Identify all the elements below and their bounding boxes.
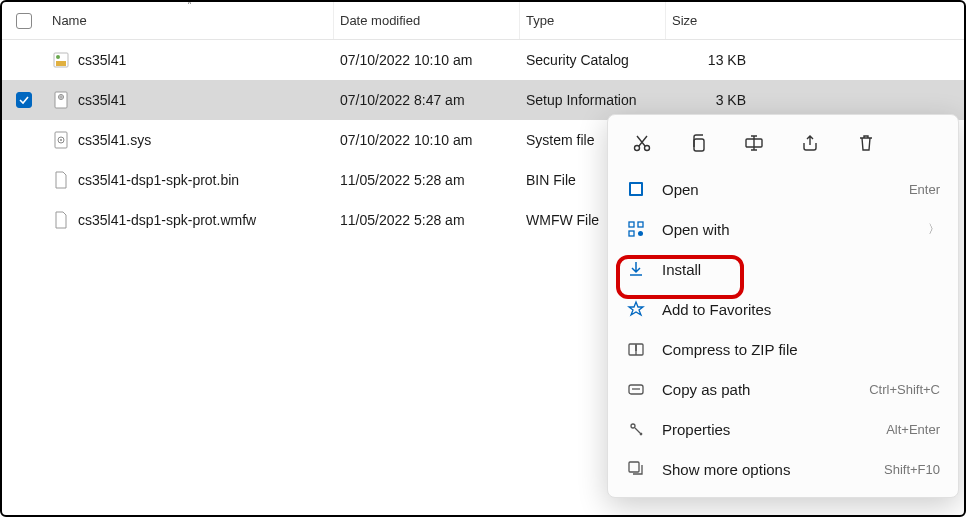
svg-rect-10: [694, 139, 704, 151]
file-date: 11/05/2022 5:28 am: [334, 172, 520, 188]
more-options-icon: [626, 459, 646, 479]
file-size: 3 KB: [666, 92, 760, 108]
catalog-file-icon: [52, 51, 70, 69]
context-shortcut: Shift+F10: [884, 462, 940, 477]
delete-button[interactable]: [852, 129, 880, 157]
file-name: cs35l41.sys: [78, 132, 151, 148]
context-open-with[interactable]: Open with 〉: [608, 209, 958, 249]
generic-file-icon: [52, 171, 70, 189]
file-date: 11/05/2022 5:28 am: [334, 212, 520, 228]
column-header-name[interactable]: Name ˄: [46, 2, 334, 39]
svg-point-9: [645, 146, 650, 151]
svg-rect-1: [56, 61, 66, 66]
share-button[interactable]: [796, 129, 824, 157]
column-header-date[interactable]: Date modified: [334, 2, 520, 39]
context-label: Properties: [662, 421, 870, 438]
svg-rect-21: [629, 462, 639, 472]
context-label: Add to Favorites: [662, 301, 940, 318]
context-label: Open with: [662, 221, 912, 238]
context-label: Open: [662, 181, 893, 198]
context-label: Show more options: [662, 461, 868, 478]
install-icon: [626, 259, 646, 279]
row-checkbox[interactable]: [16, 92, 32, 108]
sort-caret-icon: ˄: [187, 0, 192, 11]
generic-file-icon: [52, 211, 70, 229]
context-add-favorites[interactable]: Add to Favorites: [608, 289, 958, 329]
context-compress-zip[interactable]: Compress to ZIP file: [608, 329, 958, 369]
svg-point-2: [56, 55, 60, 59]
open-with-icon: [626, 219, 646, 239]
file-size: 13 KB: [666, 52, 760, 68]
column-header-size[interactable]: Size: [666, 2, 760, 39]
context-shortcut: Enter: [909, 182, 940, 197]
svg-point-8: [635, 146, 640, 151]
svg-point-17: [638, 231, 643, 236]
context-shortcut: Ctrl+Shift+C: [869, 382, 940, 397]
file-type: Setup Information: [520, 92, 666, 108]
file-type: Security Catalog: [520, 52, 666, 68]
inf-file-icon: [52, 91, 70, 109]
file-name: cs35l41-dsp1-spk-prot.bin: [78, 172, 239, 188]
column-label: Date modified: [340, 13, 420, 28]
context-label: Compress to ZIP file: [662, 341, 940, 358]
context-copy-path[interactable]: Copy as path Ctrl+Shift+C: [608, 369, 958, 409]
context-show-more[interactable]: Show more options Shift+F10: [608, 449, 958, 489]
chevron-right-icon: 〉: [928, 221, 940, 238]
file-date: 07/10/2022 10:10 am: [334, 132, 520, 148]
column-header-row: Name ˄ Date modified Type Size: [2, 2, 964, 40]
svg-point-7: [60, 139, 62, 141]
cut-button[interactable]: [628, 129, 656, 157]
context-quick-actions: [608, 125, 958, 169]
zip-icon: [626, 339, 646, 359]
context-shortcut: Alt+Enter: [886, 422, 940, 437]
column-label: Name: [52, 13, 87, 28]
context-menu: Open Enter Open with 〉 Install Add to Fa…: [607, 114, 959, 498]
context-label: Copy as path: [662, 381, 853, 398]
context-open[interactable]: Open Enter: [608, 169, 958, 209]
svg-rect-15: [638, 222, 643, 227]
copy-button[interactable]: [684, 129, 712, 157]
copy-path-icon: [626, 379, 646, 399]
sys-file-icon: [52, 131, 70, 149]
star-icon: [626, 299, 646, 319]
open-icon: [626, 179, 646, 199]
table-row[interactable]: cs35l41 07/10/2022 10:10 am Security Cat…: [2, 40, 964, 80]
select-all-cell[interactable]: [16, 13, 46, 29]
svg-point-20: [631, 424, 635, 428]
context-install[interactable]: Install: [608, 249, 958, 289]
file-date: 07/10/2022 8:47 am: [334, 92, 520, 108]
column-label: Size: [672, 13, 697, 28]
file-name: cs35l41-dsp1-spk-prot.wmfw: [78, 212, 256, 228]
svg-rect-13: [631, 184, 641, 194]
file-date: 07/10/2022 10:10 am: [334, 52, 520, 68]
column-label: Type: [526, 13, 554, 28]
svg-rect-14: [629, 222, 634, 227]
context-label: Install: [662, 261, 940, 278]
file-name: cs35l41: [78, 52, 126, 68]
file-name: cs35l41: [78, 92, 126, 108]
rename-button[interactable]: [740, 129, 768, 157]
select-all-checkbox[interactable]: [16, 13, 32, 29]
svg-rect-16: [629, 231, 634, 236]
context-properties[interactable]: Properties Alt+Enter: [608, 409, 958, 449]
column-header-type[interactable]: Type: [520, 2, 666, 39]
properties-icon: [626, 419, 646, 439]
